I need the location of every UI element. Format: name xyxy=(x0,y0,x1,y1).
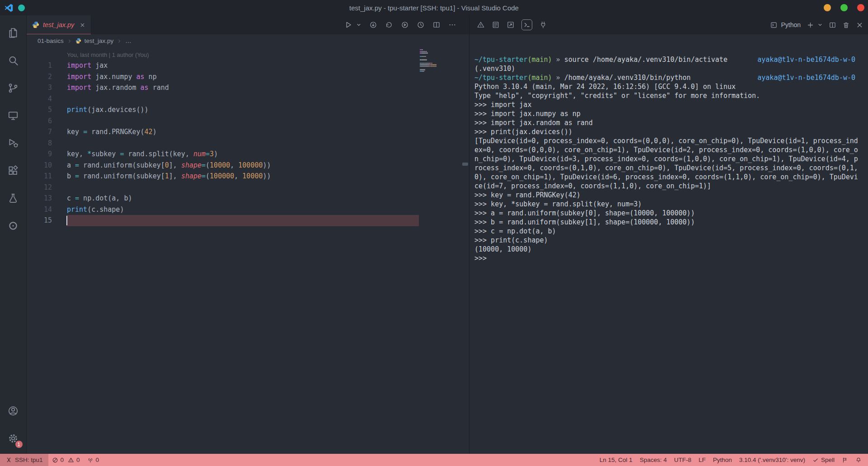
remote-indicator[interactable]: SSH: tpu1 xyxy=(0,454,48,466)
vscode-logo-icon xyxy=(5,4,13,12)
python-interpreter-indicator[interactable]: 3.10.4 ('.venv310': venv) xyxy=(736,454,809,466)
breadcrumb-symbol[interactable]: … xyxy=(125,37,131,44)
activity-bar-settings[interactable]: 1 xyxy=(0,424,27,452)
breadcrumb: 01-basics test_jax.py … xyxy=(27,34,469,47)
run-dropdown-chevron-icon[interactable] xyxy=(356,22,361,28)
activity-bar-explorer[interactable] xyxy=(0,19,27,47)
activity-bar-accounts[interactable] xyxy=(0,397,27,424)
cursor-position[interactable]: Ln 15, Col 1 xyxy=(596,454,636,466)
line-number: 15 xyxy=(27,215,52,226)
broadcast-icon xyxy=(87,457,94,463)
close-panel-icon[interactable] xyxy=(856,21,863,29)
restart-kernel-icon[interactable] xyxy=(385,21,393,29)
terminal[interactable]: ~/tpu-starter(main) » source /home/ayaka… xyxy=(469,34,868,454)
activity-bar-run-and-debug[interactable] xyxy=(0,129,27,157)
tab-bar: test_jax.py xyxy=(27,15,469,34)
line-number: 10 xyxy=(27,160,52,171)
open-in-editor-icon[interactable] xyxy=(507,21,515,29)
minimap[interactable] xyxy=(420,49,461,74)
run-below-icon[interactable] xyxy=(369,21,377,29)
code-lines: 1import jax2import jax.numpy as np3impor… xyxy=(27,60,469,226)
new-terminal-plus-icon[interactable] xyxy=(807,21,814,29)
window-minimize-button[interactable] xyxy=(824,4,831,11)
code-line[interactable]: 14print(c.shape) xyxy=(27,204,469,215)
code-line[interactable]: 9key, *subkey = rand.split(key, num=3) xyxy=(27,149,469,160)
error-icon xyxy=(52,457,58,463)
notifications-ind[interactable] xyxy=(852,454,865,466)
terminal-line: Type "help", "copyright", "credits" or "… xyxy=(474,91,855,100)
line-number: 2 xyxy=(27,71,52,83)
terminal-tab[interactable]: Python xyxy=(770,21,801,29)
bell-icon xyxy=(855,457,862,463)
kill-terminal-trash-icon[interactable] xyxy=(842,21,850,29)
activity-bar-search[interactable] xyxy=(0,47,27,74)
encoding-indicator[interactable]: UTF-8 xyxy=(671,454,695,466)
activity-bar-testing[interactable] xyxy=(0,184,27,212)
tab-close-icon[interactable] xyxy=(80,22,85,28)
code-line[interactable]: 13c = np.dot(a, b) xyxy=(27,193,469,204)
activity-bar-remote-explorer[interactable] xyxy=(0,102,27,129)
problems-indicator[interactable]: 0 0 xyxy=(48,454,84,466)
codelens-blame[interactable]: You, last month | 1 author (You) xyxy=(27,50,469,60)
line-number: 8 xyxy=(27,138,52,149)
window-close-button[interactable] xyxy=(857,4,864,11)
flag-icon xyxy=(842,457,848,463)
code-line[interactable]: 2import jax.numpy as np xyxy=(27,71,469,83)
code-line[interactable]: 5print(jax.devices()) xyxy=(27,104,469,116)
problems-icon[interactable] xyxy=(477,21,485,29)
line-number: 4 xyxy=(27,93,52,105)
indentation-indicator[interactable]: Spaces: 4 xyxy=(636,454,671,466)
ports-count: 0 xyxy=(96,457,99,463)
code-line[interactable]: 6 xyxy=(27,116,469,127)
line-number: 14 xyxy=(27,204,52,215)
tab-test-jax-py[interactable]: test_jax.py xyxy=(27,15,91,34)
terminal-tab-icon xyxy=(770,21,778,29)
source-control-icon xyxy=(7,82,19,94)
activity-bar-extensions[interactable] xyxy=(0,157,27,184)
breadcrumb-folder[interactable]: 01-basics xyxy=(38,37,64,44)
ports-plug-icon[interactable] xyxy=(539,21,547,29)
split-editor-icon[interactable] xyxy=(432,21,441,29)
spell-checker-indicator[interactable]: Spell xyxy=(809,454,838,466)
editor[interactable]: You, last month | 1 author (You) 1import… xyxy=(27,47,469,454)
code-line[interactable]: 15 xyxy=(27,215,469,226)
error-count: 0 xyxy=(61,457,64,463)
chevron-right-icon xyxy=(67,38,72,44)
more-actions-icon[interactable] xyxy=(448,21,456,29)
line-number: 12 xyxy=(27,182,52,193)
split-terminal-icon[interactable] xyxy=(829,21,836,29)
debug-cell-icon[interactable] xyxy=(401,21,409,29)
code-line[interactable]: 10a = rand.uniform(subkey[0], shape=(100… xyxy=(27,160,469,171)
tab-label: test_jax.py xyxy=(43,21,74,28)
eol-indicator[interactable]: LF xyxy=(695,454,709,466)
code-line[interactable]: 12 xyxy=(27,182,469,193)
terminal-lines: ~/tpu-starter(main) » source /home/ayaka… xyxy=(474,55,855,263)
line-number: 9 xyxy=(27,149,52,160)
code-line[interactable]: 7key = rand.PRNGKey(42) xyxy=(27,126,469,138)
code-line[interactable]: 8 xyxy=(27,138,469,149)
history-icon[interactable] xyxy=(417,21,425,29)
ports-indicator[interactable]: 0 xyxy=(84,454,103,466)
terminal-line: n_chip=0), TpuDevice(id=3, process_index… xyxy=(474,154,855,163)
terminal-line: rocess_index=0, coords=(0,1,0), core_on_… xyxy=(474,163,855,172)
code-line[interactable]: 11b = rand.uniform(subkey[1], shape=(100… xyxy=(27,171,469,182)
terminal-panel: Python ~/tpu-starter(main) » source /hom… xyxy=(469,15,868,454)
output-icon[interactable] xyxy=(492,21,500,29)
code-line[interactable]: 3import jax.random as rand xyxy=(27,82,469,93)
code-line[interactable]: 1import jax xyxy=(27,60,469,71)
terminal-line: >>> key, *subkey = rand.split(key, num=3… xyxy=(474,200,855,209)
code-line[interactable]: 4 xyxy=(27,93,469,105)
breadcrumb-file[interactable]: test_jax.py xyxy=(84,37,114,44)
activity-bar-jupyter[interactable] xyxy=(0,212,27,239)
language-indicator[interactable]: Python xyxy=(709,454,736,466)
editor-actions xyxy=(344,15,456,34)
terminal-dropdown-chevron-icon[interactable] xyxy=(817,22,823,28)
terminal-line: ex=0, coords=(0,0,0), core_on_chip=1), T… xyxy=(474,145,855,154)
window-maximize-button[interactable] xyxy=(840,4,848,11)
run-python-file-button[interactable] xyxy=(344,21,352,29)
terminal-line: (.venv310) xyxy=(474,64,855,73)
terminal-icon[interactable] xyxy=(521,19,532,30)
testing-beaker-icon xyxy=(7,192,19,204)
activity-bar-source-control[interactable] xyxy=(0,74,27,102)
feedback-indicator[interactable] xyxy=(838,454,852,466)
